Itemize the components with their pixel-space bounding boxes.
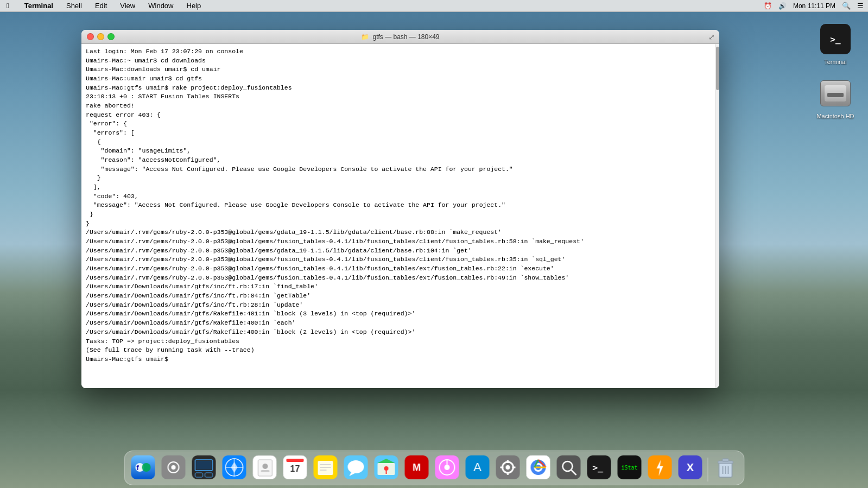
dock-item-address-book[interactable] xyxy=(250,453,278,481)
dock-item-trash[interactable] xyxy=(711,453,739,481)
time-icon: ⏰ xyxy=(764,2,772,10)
terminal-window: 📁 gtfs — bash — 180×49 ⤢ Last login: Mon… xyxy=(81,30,719,388)
trash-icon xyxy=(713,455,737,479)
messages-icon xyxy=(344,455,368,479)
safari-icon xyxy=(222,455,246,479)
dock-item-itunes[interactable] xyxy=(433,453,461,481)
maps-icon xyxy=(374,455,398,479)
dock-item-spotlight[interactable] xyxy=(554,453,582,481)
menubar-datetime: Mon 11:11 PM xyxy=(793,2,835,10)
chrome-icon xyxy=(526,455,550,479)
scrollbar-thumb xyxy=(716,47,719,90)
istatmenus-icon: iStat xyxy=(617,455,641,479)
svg-text:A: A xyxy=(473,460,481,474)
dock-item-istatmenus[interactable]: iStat xyxy=(615,453,643,481)
apple-menu[interactable]:  xyxy=(4,2,11,10)
desktop-icon-terminal[interactable]: Terminal xyxy=(814,22,857,65)
dock-separator xyxy=(707,458,708,481)
svg-rect-23 xyxy=(286,459,303,462)
search-icon[interactable]: 🔍 xyxy=(842,2,851,10)
notes-icon xyxy=(313,455,337,479)
dock-item-finder[interactable]: f xyxy=(129,453,157,481)
menu-terminal[interactable]: Terminal xyxy=(22,2,55,10)
instastats-icon xyxy=(648,455,671,479)
terminal2-icon: >_ xyxy=(587,455,611,479)
svg-point-3 xyxy=(142,463,150,472)
svg-rect-10 xyxy=(196,461,211,470)
svg-point-48 xyxy=(505,465,510,470)
svg-point-42 xyxy=(444,465,449,470)
dock-item-calendar[interactable]: 17 xyxy=(281,453,309,481)
dock-item-maccleaner[interactable]: M xyxy=(402,453,430,481)
terminal-icon-label: Terminal xyxy=(824,59,847,65)
svg-text:X: X xyxy=(686,461,694,473)
menu-help[interactable]: Help xyxy=(185,2,204,10)
hdd-icon xyxy=(820,80,851,106)
menu-edit[interactable]: Edit xyxy=(93,2,109,10)
dock-item-messages[interactable] xyxy=(341,453,370,481)
dock-item-notes[interactable] xyxy=(311,453,339,481)
minimize-button[interactable] xyxy=(97,33,104,40)
svg-point-20 xyxy=(262,464,268,469)
window-title: 📁 gtfs — bash — 180×49 xyxy=(361,33,439,41)
maximize-button[interactable] xyxy=(107,33,115,40)
menubar:  Terminal Shell Edit View Window Help ⏰… xyxy=(0,0,868,12)
app-store-icon: A xyxy=(465,455,489,479)
dock-item-maps[interactable] xyxy=(372,453,400,481)
calendar-icon: 17 xyxy=(283,455,307,479)
close-button[interactable] xyxy=(87,33,94,40)
svg-rect-70 xyxy=(722,459,728,461)
terminal-titlebar: 📁 gtfs — bash — 180×49 ⤢ xyxy=(81,30,719,44)
dock-item-app-store[interactable]: A xyxy=(463,453,491,481)
dock: f xyxy=(124,451,744,485)
desktop-icons: Terminal Macintosh HD xyxy=(814,22,857,119)
hdd-icon-label: Macintosh HD xyxy=(816,113,854,119)
maccleaner-icon: M xyxy=(404,455,428,479)
dock-item-mission-control[interactable] xyxy=(189,453,218,481)
window-buttons xyxy=(87,33,115,40)
mission-control-icon xyxy=(192,455,216,479)
address-book-icon xyxy=(252,455,276,479)
desktop:  Terminal Shell Edit View Window Help ⏰… xyxy=(0,0,868,488)
system-prefs-icon xyxy=(496,455,519,479)
dock-item-chrome[interactable] xyxy=(524,453,552,481)
finder-icon: f xyxy=(131,455,155,479)
resize-icon[interactable]: ⤢ xyxy=(708,33,715,41)
svg-text:iStat: iStat xyxy=(621,465,637,471)
terminal-icon xyxy=(820,24,851,54)
list-icon[interactable]: ☰ xyxy=(857,2,864,10)
volume-icon: 🔊 xyxy=(778,2,787,10)
dock-item-launchpad[interactable] xyxy=(159,453,187,481)
dock-item-instastats[interactable] xyxy=(645,453,674,481)
terminal-scrollbar[interactable] xyxy=(715,44,719,388)
svg-point-36 xyxy=(384,466,388,471)
terminal-output[interactable]: Last login: Mon Feb 17 23:07:29 on conso… xyxy=(81,44,715,388)
svg-text:17: 17 xyxy=(290,464,300,473)
folder-icon: 📁 xyxy=(361,33,369,41)
svg-rect-57 xyxy=(556,455,580,479)
svg-point-32 xyxy=(347,460,364,473)
dock-item-system-prefs[interactable] xyxy=(493,453,522,481)
dock-item-safari[interactable] xyxy=(220,453,248,481)
itunes-icon xyxy=(435,455,459,479)
svg-point-7 xyxy=(171,465,175,470)
launchpad-icon xyxy=(161,455,185,479)
menu-shell[interactable]: Shell xyxy=(64,2,84,10)
menu-window[interactable]: Window xyxy=(146,2,175,10)
dock-item-xcode[interactable]: X xyxy=(676,453,704,481)
menu-view[interactable]: View xyxy=(118,2,137,10)
dock-item-terminal2[interactable]: >_ xyxy=(585,453,613,481)
desktop-icon-hdd[interactable]: Macintosh HD xyxy=(814,76,857,119)
svg-text:M: M xyxy=(413,462,421,473)
xcode-icon: X xyxy=(678,455,702,479)
spotlight-icon xyxy=(556,455,580,479)
svg-text:>_: >_ xyxy=(592,462,603,473)
svg-rect-27 xyxy=(318,461,333,475)
svg-rect-21 xyxy=(261,470,269,472)
